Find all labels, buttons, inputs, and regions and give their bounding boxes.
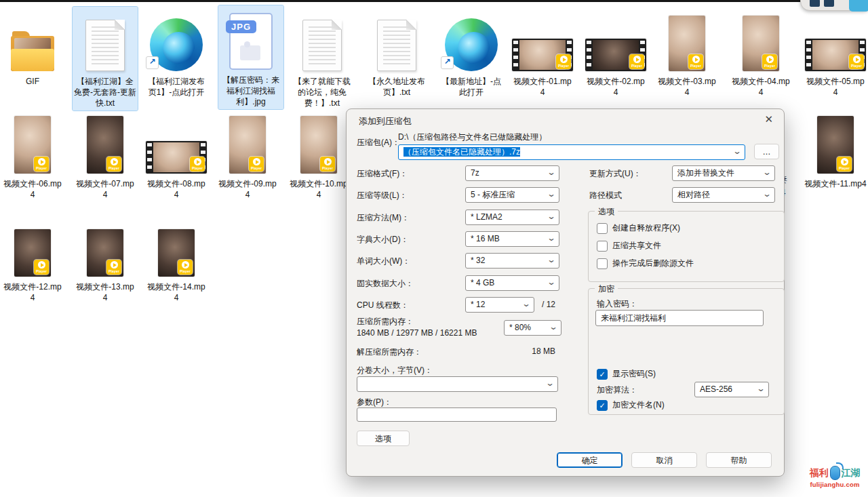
desktop-icon-video-03[interactable]: Player视频文件-03.mp4	[654, 7, 719, 100]
options-group: 选项 创建自释放程序(X) 压缩共享文件 操作完成后删除源文件	[588, 211, 785, 282]
video-thumbnail: Player	[300, 116, 337, 174]
desktop-icon-video-11[interactable]: Player视频文件-11.mp4	[803, 115, 868, 191]
format-combobox[interactable]: 7z	[465, 165, 559, 181]
video-thumbnail: Player	[669, 16, 705, 71]
shared-files-checkbox[interactable]: 压缩共享文件	[597, 240, 661, 252]
player-badge-icon: Player	[190, 157, 205, 172]
desktop-icon-video-08[interactable]: Player视频文件-08.mp4	[144, 115, 209, 202]
method-combobox[interactable]: * LZMA2	[465, 210, 559, 225]
delete-after-checkbox[interactable]: 操作完成后删除源文件	[597, 258, 694, 269]
close-icon[interactable]: ✕	[764, 113, 773, 125]
mouse-icon	[830, 466, 840, 480]
desktop-icon-video-04[interactable]: Player视频文件-04.mp4	[728, 7, 793, 100]
ok-button[interactable]: 确定	[557, 452, 623, 468]
archive-path-display: D:\（压缩包路径与文件名已做隐藏处理）	[398, 132, 756, 143]
play-icon	[38, 158, 45, 165]
toolbar-accent-button[interactable]	[849, 0, 868, 12]
update-mode-combobox[interactable]: 添加并替换文件	[672, 165, 775, 181]
cpu-threads-combobox[interactable]: * 12	[465, 297, 534, 313]
dictionary-combobox[interactable]: * 16 MB	[465, 231, 559, 247]
desktop-icon-video-10[interactable]: Player视频文件-10.mp4	[286, 115, 351, 202]
volume-size-combobox[interactable]	[357, 376, 558, 392]
options-button[interactable]: 选项	[357, 431, 410, 446]
player-badge-icon: Player	[837, 157, 852, 172]
image-glyph-icon	[240, 45, 260, 60]
play-icon	[853, 56, 861, 63]
video-thumbnail: Player	[87, 229, 123, 277]
icon-label: 视频文件-08.mp4	[144, 178, 209, 202]
video-thumbnail: Player	[512, 39, 573, 71]
sfx-checkbox[interactable]: 创建自释放程序(X)	[597, 222, 680, 234]
watermark-url: fulijianghu.com	[803, 481, 867, 488]
method-label: 压缩方法(M)：	[357, 212, 410, 224]
video-thumbnail: Player	[585, 39, 646, 71]
icon-label: 视频文件-10.mp4	[286, 178, 351, 202]
desktop-icon-txt-2[interactable]: 【来了就能下载的论坛，纯免费！】.txt	[290, 7, 355, 111]
memory-percent-combobox[interactable]: * 80%	[504, 320, 561, 336]
desktop-icon-video-12[interactable]: Player视频文件-12.mp4	[0, 228, 65, 305]
volume-size-label: 分卷大小，字节(V)：	[357, 365, 433, 376]
toolbar-button-icon[interactable]	[824, 0, 834, 7]
archive-label: 压缩包(A)：	[357, 137, 400, 148]
icon-label: 视频文件-13.mp4	[73, 281, 138, 305]
icon-label: 视频文件-12.mp4	[0, 281, 65, 305]
toolbar-button-icon[interactable]	[810, 0, 820, 7]
cancel-button[interactable]: 取消	[631, 452, 697, 468]
desktop-icon-txt-3[interactable]: 【永久地址发布页】.txt	[364, 7, 429, 100]
browse-button[interactable]: …	[754, 144, 779, 159]
desktop-icon-video-01[interactable]: Player视频文件-01.mp4	[510, 7, 575, 100]
player-badge-icon: Player	[629, 54, 644, 69]
cpu-threads-max: / 12	[542, 300, 555, 309]
video-thumbnail: Player	[146, 141, 207, 174]
desktop-icon-video-14[interactable]: Player视频文件-14.mp4	[144, 228, 209, 305]
shortcut-arrow-icon: ↗	[441, 56, 454, 69]
top-edge-strip	[0, 0, 868, 2]
level-combobox[interactable]: 5 - 标准压缩	[465, 187, 559, 203]
player-badge-icon: Player	[849, 54, 864, 69]
desktop-icon-video-09[interactable]: Player视频文件-09.mp4	[215, 115, 280, 202]
desktop-icon-video-02[interactable]: Player视频文件-02.mp4	[583, 7, 648, 100]
desktop-icon-edge-1[interactable]: ↗【福利江湖发布页1】-点此打开	[144, 7, 209, 100]
desktop-icon-video-05[interactable]: Player视频文件-05.mp4	[803, 7, 868, 100]
video-thumbnail: Player	[743, 16, 779, 71]
desktop-icon-gif-folder[interactable]: GIF	[0, 7, 65, 89]
desktop-icon-jpg-1[interactable]: JPG【解压密码：来福利江湖找福利】.jpg	[218, 5, 283, 109]
password-label: 输入密码：	[597, 298, 637, 310]
desktop-icon-video-07[interactable]: Player视频文件-07.mp4	[73, 115, 138, 202]
desktop-icon-txt-1[interactable]: 【福利江湖】全免费-无套路-更新快.txt	[73, 7, 138, 111]
player-badge-icon: Player	[34, 260, 49, 275]
desktop-icon-edge-2[interactable]: ↗【最新地址】-点此打开	[439, 7, 504, 100]
show-password-checkbox[interactable]: 显示密码(S)	[597, 368, 656, 380]
icon-label: 视频文件-07.mp4	[73, 178, 138, 202]
checkbox-checked-icon	[597, 400, 608, 411]
solid-size-combobox[interactable]: * 4 GB	[465, 275, 559, 291]
icon-label: 【福利江湖发布页1】-点此打开	[144, 76, 209, 100]
icon-label: 视频文件-06.mp4	[0, 178, 65, 202]
icon-label: 视频文件-01.mp4	[510, 76, 575, 100]
video-thumbnail: Player	[14, 229, 51, 277]
format-label: 压缩格式(F)：	[357, 168, 408, 180]
solid-size-label: 固实数据大小：	[357, 278, 414, 290]
text-file-icon	[85, 20, 125, 71]
decompress-memory-label: 解压缩所需内存：	[357, 346, 422, 358]
parameters-input[interactable]	[357, 407, 557, 422]
memory-usage-label: 压缩所需内存：	[357, 316, 414, 327]
password-input[interactable]	[595, 310, 764, 326]
encrypt-names-checkbox[interactable]: 加密文件名(N)	[597, 399, 665, 411]
video-thumbnail: Player	[229, 116, 266, 174]
clipped-screenshot-toolbar[interactable]	[800, 0, 868, 11]
add-to-archive-dialog: 添加到压缩包 ✕ 压缩包(A)： D:\（压缩包路径与文件名已做隐藏处理） （压…	[346, 108, 785, 477]
shortcut-arrow-icon: ↗	[146, 56, 159, 69]
checkbox-unchecked-icon	[597, 223, 608, 234]
desktop-icon-video-06[interactable]: Player视频文件-06.mp4	[0, 115, 65, 202]
word-size-combobox[interactable]: * 32	[465, 253, 559, 269]
play-icon	[38, 261, 45, 269]
archive-name-combobox[interactable]: （压缩包文件名已隐藏处理）.7z	[398, 144, 745, 160]
help-button[interactable]: 帮助	[706, 452, 772, 468]
play-icon	[841, 158, 848, 165]
desktop-icon-video-13[interactable]: Player视频文件-13.mp4	[73, 228, 138, 305]
dialog-title: 添加到压缩包	[359, 115, 412, 127]
play-icon	[182, 261, 189, 269]
encryption-algo-combobox[interactable]: AES-256	[694, 382, 769, 397]
path-mode-combobox[interactable]: 相对路径	[672, 187, 775, 203]
